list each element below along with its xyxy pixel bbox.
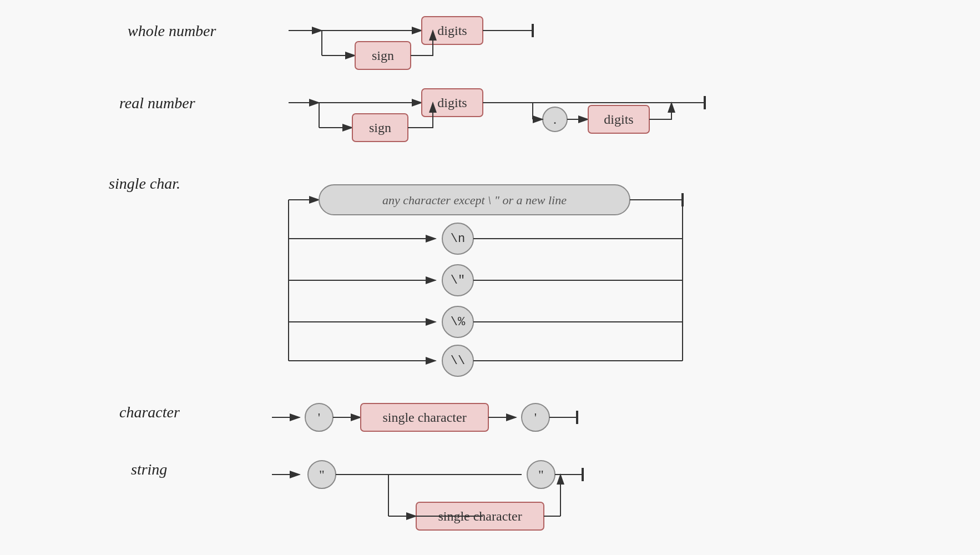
svg-text:': '	[534, 410, 537, 425]
svg-text:single character: single character	[382, 410, 466, 425]
svg-text:": "	[319, 467, 325, 482]
svg-text:': '	[318, 410, 320, 425]
any-char-label: any character except \ " or a new line	[382, 193, 567, 207]
single-char-label: single char.	[109, 175, 180, 192]
svg-text:\\: \\	[451, 354, 465, 368]
svg-text:sign: sign	[369, 120, 391, 135]
character-label: character	[119, 403, 180, 421]
svg-text:digits: digits	[437, 95, 467, 110]
svg-text:\n: \n	[451, 232, 465, 246]
svg-text:": "	[538, 467, 544, 482]
svg-text:.: .	[553, 112, 557, 127]
svg-text:sign: sign	[372, 48, 394, 63]
whole-number-label: whole number	[128, 22, 216, 39]
diagram-container: whole number digits sign real number	[0, 0, 980, 555]
svg-text:\%: \%	[451, 315, 466, 329]
svg-text:digits: digits	[437, 23, 467, 38]
string-label: string	[131, 461, 167, 478]
svg-text:\": \"	[451, 274, 465, 287]
svg-text:digits: digits	[604, 112, 633, 127]
real-number-label: real number	[119, 94, 195, 112]
